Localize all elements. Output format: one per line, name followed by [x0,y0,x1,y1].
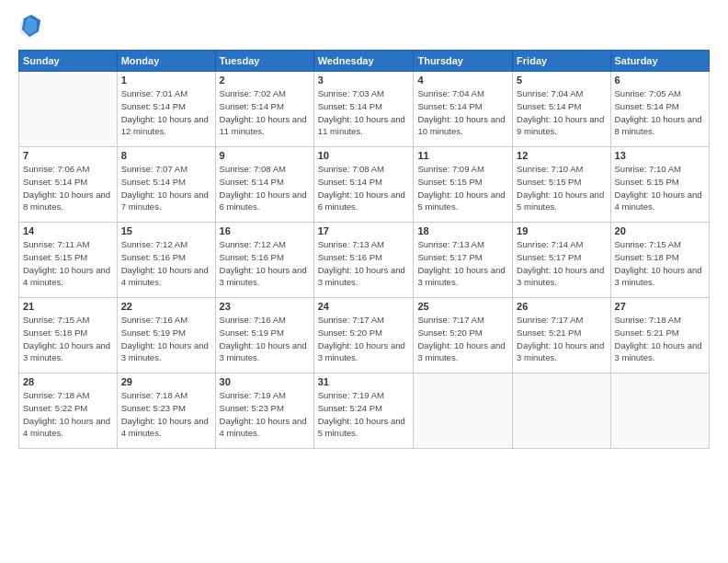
day-info: Sunrise: 7:09 AMSunset: 5:15 PMDaylight:… [417,163,508,213]
day-info: Sunrise: 7:06 AMSunset: 5:14 PMDaylight:… [23,163,113,213]
calendar-cell [610,373,709,449]
calendar-cell: 10Sunrise: 7:08 AMSunset: 5:14 PMDayligh… [313,147,414,223]
calendar-cell: 4Sunrise: 7:04 AMSunset: 5:14 PMDaylight… [414,72,513,147]
day-info: Sunrise: 7:18 AMSunset: 5:21 PMDaylight:… [615,314,705,364]
weekday-header-row: SundayMondayTuesdayWednesdayThursdayFrid… [19,51,710,72]
day-number: 20 [615,225,705,236]
weekday-header: Tuesday [215,51,313,72]
day-info: Sunrise: 7:03 AMSunset: 5:14 PMDaylight:… [318,87,410,138]
day-number: 2 [220,75,310,86]
calendar-cell: 12Sunrise: 7:10 AMSunset: 5:15 PMDayligh… [513,147,610,223]
day-number: 12 [517,150,606,161]
day-info: Sunrise: 7:14 AMSunset: 5:17 PMDaylight:… [517,238,606,289]
day-info: Sunrise: 7:04 AMSunset: 5:14 PMDaylight:… [417,87,508,138]
day-info: Sunrise: 7:08 AMSunset: 5:14 PMDaylight:… [318,163,410,213]
day-info: Sunrise: 7:15 AMSunset: 5:18 PMDaylight:… [23,314,113,364]
day-info: Sunrise: 7:01 AMSunset: 5:14 PMDaylight:… [121,87,211,138]
day-info: Sunrise: 7:13 AMSunset: 5:16 PMDaylight:… [318,238,410,289]
day-info: Sunrise: 7:12 AMSunset: 5:16 PMDaylight:… [121,238,211,289]
day-info: Sunrise: 7:07 AMSunset: 5:14 PMDaylight:… [121,163,211,213]
calendar-cell: 2Sunrise: 7:02 AMSunset: 5:14 PMDaylight… [215,72,313,147]
day-info: Sunrise: 7:12 AMSunset: 5:16 PMDaylight:… [220,238,310,289]
day-info: Sunrise: 7:18 AMSunset: 5:23 PMDaylight:… [121,389,211,440]
calendar-cell: 27Sunrise: 7:18 AMSunset: 5:21 PMDayligh… [610,298,709,373]
calendar-week-row: 7Sunrise: 7:06 AMSunset: 5:14 PMDaylight… [19,147,710,223]
calendar-cell: 20Sunrise: 7:15 AMSunset: 5:18 PMDayligh… [610,223,709,298]
day-number: 16 [220,225,310,236]
calendar-cell: 26Sunrise: 7:17 AMSunset: 5:21 PMDayligh… [513,298,610,373]
calendar-cell: 13Sunrise: 7:10 AMSunset: 5:15 PMDayligh… [610,147,709,223]
calendar-cell: 16Sunrise: 7:12 AMSunset: 5:16 PMDayligh… [215,223,313,298]
calendar-cell: 3Sunrise: 7:03 AMSunset: 5:14 PMDaylight… [313,72,414,147]
day-info: Sunrise: 7:19 AMSunset: 5:24 PMDaylight:… [318,389,410,440]
calendar-cell: 5Sunrise: 7:04 AMSunset: 5:14 PMDaylight… [513,72,610,147]
day-number: 13 [615,150,705,161]
day-info: Sunrise: 7:10 AMSunset: 5:15 PMDaylight:… [517,163,606,213]
calendar-week-row: 28Sunrise: 7:18 AMSunset: 5:22 PMDayligh… [19,373,710,449]
header [18,15,710,40]
day-number: 11 [417,150,508,161]
calendar-table: SundayMondayTuesdayWednesdayThursdayFrid… [18,50,710,449]
day-info: Sunrise: 7:13 AMSunset: 5:17 PMDaylight:… [417,238,508,289]
logo-icon [18,15,40,40]
day-info: Sunrise: 7:15 AMSunset: 5:18 PMDaylight:… [615,238,705,289]
calendar-cell: 8Sunrise: 7:07 AMSunset: 5:14 PMDaylight… [117,147,215,223]
calendar-cell: 18Sunrise: 7:13 AMSunset: 5:17 PMDayligh… [414,223,513,298]
logo [18,15,44,40]
day-info: Sunrise: 7:17 AMSunset: 5:21 PMDaylight:… [517,314,606,364]
day-number: 4 [417,75,508,86]
day-number: 9 [220,150,310,161]
calendar-cell: 14Sunrise: 7:11 AMSunset: 5:15 PMDayligh… [19,223,118,298]
weekday-header: Wednesday [313,51,414,72]
calendar-cell: 19Sunrise: 7:14 AMSunset: 5:17 PMDayligh… [513,223,610,298]
day-number: 3 [318,75,410,86]
calendar-cell: 6Sunrise: 7:05 AMSunset: 5:14 PMDaylight… [610,72,709,147]
calendar-cell: 15Sunrise: 7:12 AMSunset: 5:16 PMDayligh… [117,223,215,298]
day-number: 6 [615,75,705,86]
day-number: 17 [318,225,410,236]
weekday-header: Sunday [19,51,118,72]
weekday-header: Monday [117,51,215,72]
calendar-week-row: 1Sunrise: 7:01 AMSunset: 5:14 PMDaylight… [19,72,710,147]
calendar-cell: 21Sunrise: 7:15 AMSunset: 5:18 PMDayligh… [19,298,118,373]
calendar-cell: 25Sunrise: 7:17 AMSunset: 5:20 PMDayligh… [414,298,513,373]
day-info: Sunrise: 7:05 AMSunset: 5:14 PMDaylight:… [615,87,705,138]
calendar-week-row: 21Sunrise: 7:15 AMSunset: 5:18 PMDayligh… [19,298,710,373]
calendar-cell: 9Sunrise: 7:08 AMSunset: 5:14 PMDaylight… [215,147,313,223]
day-number: 19 [517,225,606,236]
day-number: 31 [318,376,410,387]
calendar-cell: 30Sunrise: 7:19 AMSunset: 5:23 PMDayligh… [215,373,313,449]
day-number: 7 [23,150,113,161]
weekday-header: Friday [513,51,610,72]
day-number: 25 [417,301,508,312]
calendar-cell: 22Sunrise: 7:16 AMSunset: 5:19 PMDayligh… [117,298,215,373]
day-number: 8 [121,150,211,161]
day-number: 28 [23,376,113,387]
calendar-cell: 24Sunrise: 7:17 AMSunset: 5:20 PMDayligh… [313,298,414,373]
day-info: Sunrise: 7:04 AMSunset: 5:14 PMDaylight:… [517,87,606,138]
calendar-cell: 7Sunrise: 7:06 AMSunset: 5:14 PMDaylight… [19,147,118,223]
calendar-week-row: 14Sunrise: 7:11 AMSunset: 5:15 PMDayligh… [19,223,710,298]
day-info: Sunrise: 7:17 AMSunset: 5:20 PMDaylight:… [417,314,508,364]
day-info: Sunrise: 7:17 AMSunset: 5:20 PMDaylight:… [318,314,410,364]
day-info: Sunrise: 7:16 AMSunset: 5:19 PMDaylight:… [220,314,310,364]
weekday-header: Saturday [610,51,709,72]
calendar-cell: 29Sunrise: 7:18 AMSunset: 5:23 PMDayligh… [117,373,215,449]
day-info: Sunrise: 7:08 AMSunset: 5:14 PMDaylight:… [220,163,310,213]
calendar-cell [414,373,513,449]
day-number: 30 [220,376,310,387]
calendar-cell: 11Sunrise: 7:09 AMSunset: 5:15 PMDayligh… [414,147,513,223]
calendar-cell: 17Sunrise: 7:13 AMSunset: 5:16 PMDayligh… [313,223,414,298]
calendar-cell: 31Sunrise: 7:19 AMSunset: 5:24 PMDayligh… [313,373,414,449]
day-info: Sunrise: 7:11 AMSunset: 5:15 PMDaylight:… [23,238,113,289]
calendar-cell: 28Sunrise: 7:18 AMSunset: 5:22 PMDayligh… [19,373,118,449]
calendar-cell [513,373,610,449]
day-number: 1 [121,75,211,86]
page: SundayMondayTuesdayWednesdayThursdayFrid… [0,0,728,563]
day-number: 5 [517,75,606,86]
day-number: 23 [220,301,310,312]
day-number: 27 [615,301,705,312]
calendar-cell: 1Sunrise: 7:01 AMSunset: 5:14 PMDaylight… [117,72,215,147]
day-number: 21 [23,301,113,312]
day-number: 29 [121,376,211,387]
